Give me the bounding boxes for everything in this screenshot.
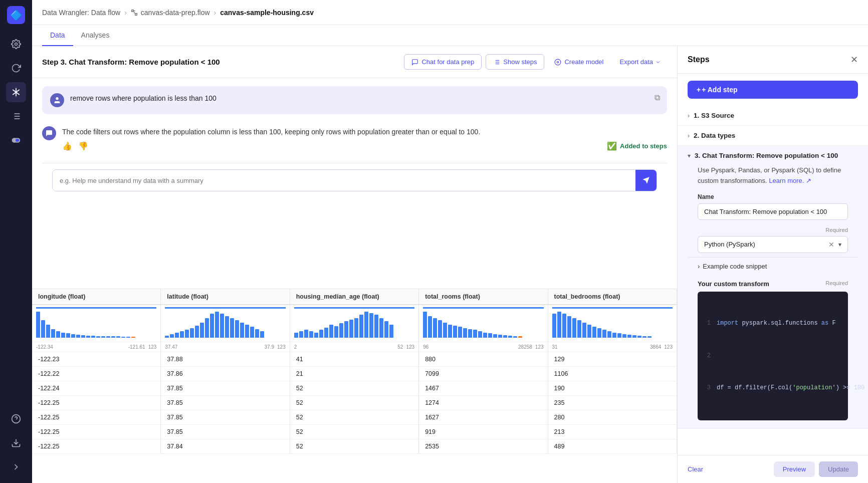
gear-icon xyxy=(11,39,21,49)
range-cell-2: 252123 xyxy=(290,342,418,352)
step-name-input[interactable] xyxy=(698,203,848,220)
step-1-chevron-icon: › xyxy=(688,112,690,119)
step-item-2-header[interactable]: › 2. Data types xyxy=(688,132,858,139)
sidebar-item-collapse[interactable] xyxy=(6,457,26,477)
step-item-1-header[interactable]: › 1. S3 Source xyxy=(688,112,858,119)
preview-button[interactable]: Preview xyxy=(774,461,815,477)
code-line-1: 1 import pyspark.sql.functions as F xyxy=(704,318,842,329)
table-header-row: longitude (float) latitude (float) housi… xyxy=(32,289,677,305)
snippet-chevron-icon: › xyxy=(698,263,700,270)
example-snippet-toggle[interactable]: › Example code snippet xyxy=(688,257,858,275)
step-item-1: › 1. S3 Source xyxy=(678,106,868,126)
chart-cell-3 xyxy=(419,305,548,342)
col-header-housing-age: housing_median_age (float) xyxy=(290,289,418,305)
breadcrumb-data-wrangler[interactable]: Data Wrangler: Data flow xyxy=(42,9,120,17)
language-selector[interactable]: Python (PySpark) ✕ ▾ xyxy=(698,236,848,253)
data-cell-6-2: 52 xyxy=(290,439,418,453)
code-line-2: 2 xyxy=(704,351,842,362)
feedback-row: 👍 👎 ✅ Added to steps xyxy=(62,141,667,151)
user-message: remove rows where population is less tha… xyxy=(42,86,667,114)
required-label-1: Required xyxy=(698,227,848,233)
line-num-1: 1 xyxy=(704,318,711,329)
create-model-button[interactable]: Create model xyxy=(548,55,609,69)
data-cell-4-3: 1627 xyxy=(419,410,548,424)
data-cell-0-0: -122.23 xyxy=(32,352,161,366)
step-item-3-header[interactable]: ▾ 3. Chat Transform: Remove population <… xyxy=(688,152,858,159)
show-steps-button[interactable]: Show steps xyxy=(486,54,544,70)
steps-list: › 1. S3 Source › 2. Data types ▾ 3. Chat xyxy=(678,106,868,455)
data-table-area: longitude (float) latitude (float) housi… xyxy=(32,289,677,484)
step-1-name: 1. S3 Source xyxy=(694,112,858,119)
data-cell-4-2: 52 xyxy=(290,410,418,424)
sidebar-item-list[interactable] xyxy=(6,106,26,126)
data-cell-3-0: -122.25 xyxy=(32,395,161,410)
learn-more-link[interactable]: Learn more. ↗ xyxy=(769,177,811,184)
thumbs-down-button[interactable]: 👎 xyxy=(78,141,88,151)
add-step-button[interactable]: + + Add step xyxy=(688,81,858,99)
send-icon xyxy=(642,176,650,184)
range-row: -122.34-121.6112337.4737.912325212396282… xyxy=(32,342,677,352)
sidebar-item-settings[interactable] xyxy=(6,34,26,54)
breadcrumb-sep-2: › xyxy=(214,9,216,17)
data-cell-2-0: -122.24 xyxy=(32,381,161,395)
close-panel-button[interactable]: ✕ xyxy=(850,54,858,65)
sidebar-item-refresh[interactable] xyxy=(6,58,26,78)
required-label-2: Required xyxy=(825,280,848,286)
tab-bar: Data Analyses xyxy=(32,25,868,46)
thumbs-up-button[interactable]: 👍 xyxy=(62,141,72,151)
col-header-latitude: latitude (float) xyxy=(161,289,290,305)
table-row: -122.2537.85521274235 xyxy=(32,395,677,410)
data-table: longitude (float) latitude (float) housi… xyxy=(32,289,677,454)
col-header-longitude: longitude (float) xyxy=(32,289,161,305)
main-content: Data Wrangler: Data flow › canvas-data-p… xyxy=(32,0,868,483)
data-cell-2-3: 1467 xyxy=(419,381,548,395)
bot-message-text: The code filters out rows where the popu… xyxy=(62,126,667,137)
code-editor[interactable]: 1 import pyspark.sql.functions as F 2 3 … xyxy=(698,292,848,421)
update-button[interactable]: Update xyxy=(819,461,858,477)
sidebar-item-export[interactable] xyxy=(6,433,26,453)
breadcrumb: Data Wrangler: Data flow › canvas-data-p… xyxy=(32,0,868,25)
table-row: -122.2537.85521627280 xyxy=(32,410,677,424)
left-sidebar: 🔷 xyxy=(0,0,32,483)
chat-icon xyxy=(411,59,418,66)
breadcrumb-flow[interactable]: canvas-data-prep.flow xyxy=(131,9,210,17)
range-cell-4: 313864123 xyxy=(548,342,677,352)
data-cell-2-2: 52 xyxy=(290,381,418,395)
chart-cell-4 xyxy=(548,305,677,342)
tab-data[interactable]: Data xyxy=(42,25,73,46)
center-panel: Step 3. Chat Transform: Remove populatio… xyxy=(32,46,678,483)
svg-point-25 xyxy=(555,59,561,65)
tab-analyses[interactable]: Analyses xyxy=(73,25,118,46)
clear-button[interactable]: Clear xyxy=(688,465,703,473)
data-cell-0-1: 37.88 xyxy=(161,352,290,366)
add-step-plus-icon: + xyxy=(697,86,701,94)
language-clear-icon[interactable]: ✕ xyxy=(828,240,834,249)
data-cell-2-1: 37.85 xyxy=(161,381,290,395)
name-field-label: Name xyxy=(698,193,848,200)
sidebar-item-help[interactable] xyxy=(6,409,26,429)
step-header: Step 3. Chat Transform: Remove populatio… xyxy=(32,46,677,78)
table-row: -122.2537.84522535489 xyxy=(32,439,677,453)
range-cell-0: -122.34-121.61123 xyxy=(32,342,161,352)
user-avatar xyxy=(50,93,64,107)
sidebar-item-toggle[interactable] xyxy=(6,130,26,150)
chat-input[interactable] xyxy=(53,172,635,189)
chat-send-button[interactable] xyxy=(635,170,657,191)
data-cell-3-3: 1274 xyxy=(419,395,548,410)
data-cell-2-4: 190 xyxy=(548,381,677,395)
data-cell-0-3: 880 xyxy=(419,352,548,366)
language-value: Python (PySpark) xyxy=(704,240,828,248)
bot-message: The code filters out rows where the popu… xyxy=(42,120,667,157)
custom-transform-header: Your custom transform Required xyxy=(688,275,858,290)
breadcrumb-sep-1: › xyxy=(124,9,127,17)
export-data-button[interactable]: Export data xyxy=(614,55,668,69)
chart-cell-2 xyxy=(290,305,418,342)
language-chevron-icon: ▾ xyxy=(838,241,841,248)
copy-icon[interactable]: ⧉ xyxy=(655,93,660,102)
sidebar-item-asterisk[interactable] xyxy=(6,82,26,102)
steps-icon xyxy=(493,59,500,66)
data-cell-0-2: 41 xyxy=(290,352,418,366)
chat-for-data-prep-button[interactable]: Chat for data prep xyxy=(404,54,482,70)
col-header-total-bedrooms: total_bedrooms (float) xyxy=(548,289,677,305)
range-cell-1: 37.4737.9123 xyxy=(161,342,290,352)
